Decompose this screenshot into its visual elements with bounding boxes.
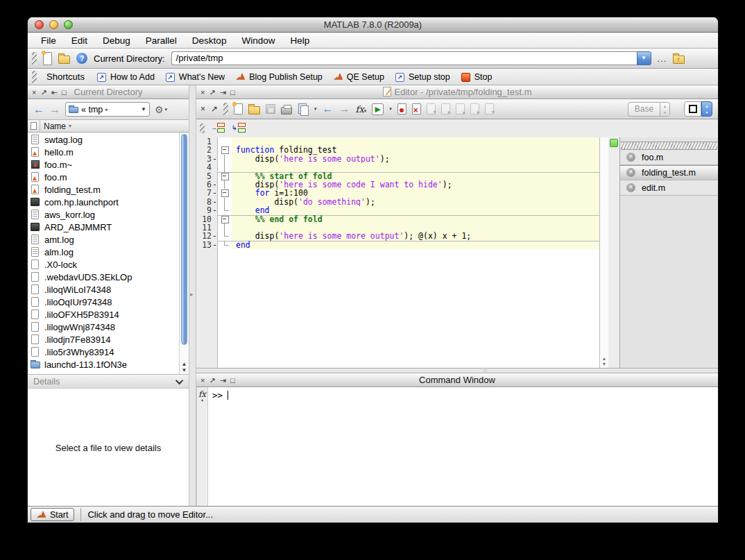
print-icon[interactable] <box>281 107 292 114</box>
scrollbar-thumb[interactable] <box>181 134 187 345</box>
fold-marker[interactable] <box>218 137 232 146</box>
split-screen-control[interactable]: ▲▼ <box>684 101 712 117</box>
new-file-icon[interactable] <box>43 52 52 65</box>
split-screen-stepper[interactable]: ▲▼ <box>701 101 712 117</box>
mlint-status-indicator[interactable] <box>610 139 618 147</box>
code-text[interactable]: %% end of fold <box>232 215 599 223</box>
open-file-icon[interactable] <box>248 106 260 114</box>
file-row[interactable]: foo.m <box>28 171 179 183</box>
menu-item[interactable]: Edit <box>64 35 95 46</box>
dock-panel-icon[interactable]: ⇤ <box>51 85 58 99</box>
editor-scrollbar[interactable]: ▲▼ <box>599 137 608 368</box>
fold-marker[interactable] <box>218 206 232 214</box>
clear-breakpoints-icon[interactable] <box>412 103 421 114</box>
back-icon[interactable]: ← <box>33 103 44 116</box>
actions-gear-button[interactable]: ⚙ ▾ <box>155 104 167 115</box>
help-icon[interactable]: ? <box>76 53 87 64</box>
file-row[interactable]: .liloOqIUr974348 <box>28 296 179 308</box>
shortcut-item[interactable]: ↗ Stop <box>461 72 493 82</box>
fold-marker[interactable] <box>218 198 232 206</box>
exit-debug-icon[interactable]: ▾ <box>485 103 494 114</box>
menu-item[interactable]: Desktop <box>185 35 234 46</box>
run-to-cursor-icon[interactable]: ▸ <box>470 103 479 114</box>
file-row[interactable]: .lilogwWnj874348 <box>28 321 179 333</box>
find-function-icon[interactable]: fx▾ <box>356 103 367 115</box>
publish-icon[interactable] <box>298 103 309 114</box>
details-header[interactable]: Details <box>28 374 189 389</box>
close-document-icon[interactable]: × <box>626 168 635 177</box>
close-panel-icon[interactable]: × <box>32 85 36 99</box>
file-row[interactable]: swtag.log <box>28 133 179 146</box>
undock-panel-icon[interactable]: ↗ <box>40 85 46 99</box>
shortcuts-drag-handle[interactable] <box>32 71 37 83</box>
undock-panel-icon[interactable]: ↗ <box>209 373 215 387</box>
file-row[interactable]: com.hp.launchport <box>28 196 179 208</box>
menu-item[interactable]: Window <box>234 35 282 46</box>
file-row[interactable]: hello.m <box>28 146 179 158</box>
maximize-panel-icon[interactable]: □ <box>230 85 235 99</box>
minimize-window-button[interactable] <box>49 20 58 29</box>
run-dropdown-icon[interactable]: ▾ <box>389 106 392 112</box>
step-icon[interactable]: ▾ <box>427 103 436 114</box>
open-file-icon[interactable] <box>58 56 70 64</box>
fold-marker[interactable] <box>218 155 232 163</box>
cell-toolbar-drag-handle[interactable] <box>200 124 205 133</box>
maximize-panel-icon[interactable]: □ <box>230 373 235 387</box>
fold-marker[interactable] <box>218 241 232 249</box>
file-row[interactable]: aws_korr.log <box>28 208 179 221</box>
maximize-panel-icon[interactable]: □ <box>62 85 67 99</box>
fold-marker[interactable] <box>218 189 232 197</box>
vertical-splitter[interactable]: ▸ <box>189 85 196 506</box>
menu-item[interactable]: Help <box>282 35 317 46</box>
start-button[interactable]: Start <box>31 508 74 521</box>
menu-item[interactable]: Parallel <box>138 35 185 46</box>
editor-toolbar-drag-handle[interactable] <box>223 103 228 115</box>
command-window-titlebar[interactable]: × ↗ ⇥ □ Command Window <box>196 373 718 387</box>
file-row[interactable]: alm.log <box>28 246 179 258</box>
fold-marker[interactable] <box>218 163 232 171</box>
document-bar-drag-handle[interactable] <box>621 142 717 150</box>
insert-cell-icon[interactable]: → <box>212 123 225 134</box>
current-directory-input[interactable]: /private/tmp <box>171 51 637 65</box>
document-tab[interactable]: × edit.m <box>620 180 718 196</box>
close-panel-icon[interactable]: × <box>200 85 205 99</box>
undock-icon[interactable]: ↗ <box>211 104 218 114</box>
set-breakpoint-icon[interactable] <box>397 103 406 114</box>
name-column-header[interactable]: Name <box>40 121 66 131</box>
fold-marker[interactable] <box>218 232 232 240</box>
code-text[interactable]: end <box>232 241 599 249</box>
menu-item[interactable]: File <box>33 35 64 46</box>
window-titlebar[interactable]: MATLAB 7.8.0 (R2009a) <box>28 17 718 33</box>
command-input-area[interactable]: >> <box>208 387 718 506</box>
code-text[interactable]: disp('do something'); <box>232 198 599 206</box>
fold-marker[interactable] <box>218 146 232 154</box>
file-row[interactable]: .liloqWiLoI74348 <box>28 283 179 296</box>
up-one-directory-icon[interactable]: ↑ <box>673 56 685 64</box>
document-tab[interactable]: × folding_test.m <box>620 165 718 180</box>
zoom-window-button[interactable] <box>64 20 73 29</box>
fold-marker[interactable] <box>218 180 232 189</box>
file-row[interactable]: ARD_ABJMMRT <box>28 221 179 233</box>
file-row[interactable]: .liloOFXH5P83914 <box>28 308 179 321</box>
file-row[interactable]: .lilodjn7Fe83914 <box>28 333 179 346</box>
shortcut-item[interactable]: ↗ Blog Publish Setup <box>236 72 323 82</box>
fold-marker[interactable] <box>218 223 232 232</box>
save-file-icon[interactable] <box>266 104 275 114</box>
location-combo[interactable]: « tmp ▸ ▼ <box>65 102 150 117</box>
step-in-icon[interactable]: ▸ <box>441 103 450 114</box>
forward-icon[interactable]: → <box>339 103 350 115</box>
run-icon[interactable]: ▶ <box>372 103 384 115</box>
insert-cell-below-icon[interactable]: ↳ <box>232 123 246 134</box>
current-directory-dropdown-icon[interactable]: ▼ <box>637 51 651 65</box>
workspace-value[interactable]: Base <box>628 102 660 117</box>
code-text[interactable]: disp('here is some more output'); @(x) x… <box>232 232 599 240</box>
code-line[interactable]: 12 - disp('here is some more output'); @… <box>196 232 599 240</box>
close-panel-icon[interactable]: × <box>200 373 205 387</box>
file-row[interactable]: launchd-113.1fON3e <box>28 358 179 371</box>
splitter-collapse-icon[interactable]: ▸ <box>190 291 194 298</box>
shortcut-item[interactable]: ↗ What's New <box>166 72 225 82</box>
code-line[interactable]: 10 %% end of fold <box>196 215 599 223</box>
close-window-button[interactable] <box>35 20 44 29</box>
dock-panel-icon[interactable]: ⇥ <box>220 85 226 99</box>
location-dropdown-icon[interactable]: ▼ <box>141 106 146 112</box>
